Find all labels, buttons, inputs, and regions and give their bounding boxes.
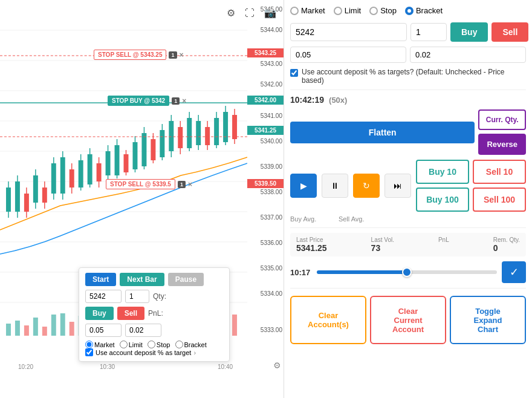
tp-checkbox-row: Use account deposit % as target › xyxy=(85,348,223,356)
limit-radio[interactable] xyxy=(334,7,342,15)
time-label-3: 10:40 xyxy=(218,364,233,370)
tp-radio-market[interactable]: Market xyxy=(85,341,115,348)
svg-rect-66 xyxy=(42,327,47,336)
timeline-row: 10:17 ✓ xyxy=(290,261,526,283)
tp-sl-input[interactable] xyxy=(85,324,122,337)
order-type-market[interactable]: Market xyxy=(290,6,325,15)
reverse-button[interactable]: Reverse xyxy=(478,134,526,155)
last-vol-stat: Last Vol. 73 xyxy=(371,237,394,253)
tp-radio-bracket[interactable]: Bracket xyxy=(175,341,207,348)
svg-rect-62 xyxy=(6,324,11,336)
order-close-3[interactable]: × xyxy=(188,180,192,189)
tp-buy-button[interactable]: Buy xyxy=(85,307,114,320)
price-label-6: 5339.00 xyxy=(247,163,284,170)
order-tag-label-2: STOP BUY @ 5342 xyxy=(108,96,169,106)
bracket-radio[interactable] xyxy=(405,7,414,15)
stop-label: Stop xyxy=(380,6,397,15)
tp-tp-input[interactable] xyxy=(125,324,161,337)
sell10-button[interactable]: Sell 10 xyxy=(473,160,526,184)
pause-button[interactable]: ⏸ xyxy=(322,174,348,198)
settings-icon[interactable]: ⚙ xyxy=(224,5,238,21)
time-label-1: 10:20 xyxy=(18,364,33,370)
market-radio[interactable] xyxy=(290,7,299,15)
price-input[interactable] xyxy=(290,23,407,41)
timeline-slider[interactable] xyxy=(317,270,497,274)
market-label: Market xyxy=(301,6,325,15)
play-button[interactable]: ▶ xyxy=(290,174,317,198)
buy100-button[interactable]: Buy 100 xyxy=(416,188,469,212)
deposit-checkbox[interactable] xyxy=(290,69,298,77)
deposit-checkbox-label: Use account deposit % as targets? (Defau… xyxy=(302,68,526,85)
next-bar-button[interactable]: Next Bar xyxy=(120,273,164,286)
camera-icon[interactable]: 📷 xyxy=(262,5,279,21)
bracket-label: Bracket xyxy=(416,6,443,15)
order-close-2[interactable]: × xyxy=(182,97,186,105)
pnl-stat: PnL xyxy=(438,237,449,253)
price-label-1: 5344.00 xyxy=(247,27,284,33)
price-label-9: 5336.00 xyxy=(247,240,284,246)
rem-qty-label: Rem. Qty. xyxy=(493,237,520,243)
bottom-actions: ClearAccount(s) ClearCurrentAccount Togg… xyxy=(290,296,526,344)
sl-input[interactable] xyxy=(290,47,406,63)
svg-rect-63 xyxy=(15,321,20,336)
buy-button[interactable]: Buy xyxy=(450,22,488,42)
tp-sell-button[interactable]: Sell xyxy=(117,307,144,320)
tp-qty-input[interactable] xyxy=(125,290,149,303)
order-type-stop[interactable]: Stop xyxy=(369,6,397,15)
buy10-button[interactable]: Buy 10 xyxy=(416,160,469,184)
stop-radio[interactable] xyxy=(369,7,378,15)
price-highlight-5343: 5343.25 xyxy=(247,48,284,57)
clear-accounts-button[interactable]: ClearAccount(s) xyxy=(290,296,366,344)
clear-accounts-label: ClearAccount(s) xyxy=(308,311,349,329)
chart-settings-bottom-icon[interactable]: ⚙ xyxy=(273,360,281,370)
order-type-limit[interactable]: Limit xyxy=(334,6,361,15)
right-panel: Market Limit Stop Bracket Buy Sell Use a… xyxy=(284,0,532,398)
sell-button[interactable]: Sell xyxy=(491,22,528,42)
time-label-2: 10:30 xyxy=(100,364,115,370)
price-label-4: 5341.00 xyxy=(247,113,284,119)
curr-qty-button[interactable]: Curr. Qty. xyxy=(478,109,526,130)
skip-button[interactable]: ⏭ xyxy=(384,174,411,198)
tp-input[interactable] xyxy=(410,47,526,63)
sell100-button[interactable]: Sell 100 xyxy=(473,188,526,212)
svg-rect-65 xyxy=(33,318,38,336)
last-vol-value: 73 xyxy=(371,243,394,253)
order-type-bracket[interactable]: Bracket xyxy=(405,6,443,15)
order-qty-1: 1 xyxy=(169,51,177,59)
start-button[interactable]: Start xyxy=(85,273,116,286)
order-close-1[interactable]: × xyxy=(180,51,184,59)
time-row: 10:42:19 (50x) xyxy=(290,95,526,105)
timeline-time: 10:17 xyxy=(290,268,312,277)
price-label-10: 5335.00 xyxy=(247,265,284,272)
confirm-button[interactable]: ✓ xyxy=(502,261,526,283)
order-tag-stop-buy: STOP BUY @ 5342 1 × xyxy=(108,96,186,106)
last-price-value: 5341.25 xyxy=(296,243,327,253)
divider-2 xyxy=(290,227,526,228)
buy-avg-label: Buy Avg. xyxy=(290,215,316,223)
flatten-button[interactable]: Flatten xyxy=(290,122,475,143)
limit-label: Limit xyxy=(345,6,361,15)
deposit-checkbox-row: Use account deposit % as targets? (Defau… xyxy=(290,68,526,85)
svg-rect-68 xyxy=(60,313,65,336)
price-highlight-5342: 5342.00 xyxy=(247,96,284,105)
toggle-expand-chart-button[interactable]: ToggleExpandChart xyxy=(450,296,526,344)
tp-radio-stop[interactable]: Stop xyxy=(148,341,170,348)
pause-button[interactable]: Pause xyxy=(168,273,204,286)
clear-current-account-button[interactable]: ClearCurrentAccount xyxy=(370,296,446,344)
tp-order-types: Market Limit Stop Bracket xyxy=(85,341,223,348)
divider-1 xyxy=(290,90,526,90)
refresh-button[interactable]: ↻ xyxy=(353,174,380,198)
last-vol-label: Last Vol. xyxy=(371,237,394,243)
svg-rect-64 xyxy=(24,325,29,336)
tp-price-input[interactable] xyxy=(85,290,122,303)
tp-radio-limit[interactable]: Limit xyxy=(120,341,143,348)
expand-icon[interactable]: ⛶ xyxy=(242,5,257,21)
tp-deposit-checkbox[interactable] xyxy=(85,348,93,356)
tp-more-icon[interactable]: › xyxy=(193,349,196,356)
order-type-selector: Market Limit Stop Bracket xyxy=(290,6,526,15)
price-label-7: 5338.00 xyxy=(247,189,284,195)
qty-input[interactable] xyxy=(410,23,447,41)
rem-qty-stat: Rem. Qty. 0 xyxy=(493,237,520,253)
last-price-stat: Last Price 5341.25 xyxy=(296,237,327,253)
price-label-11: 5334.00 xyxy=(247,290,284,297)
